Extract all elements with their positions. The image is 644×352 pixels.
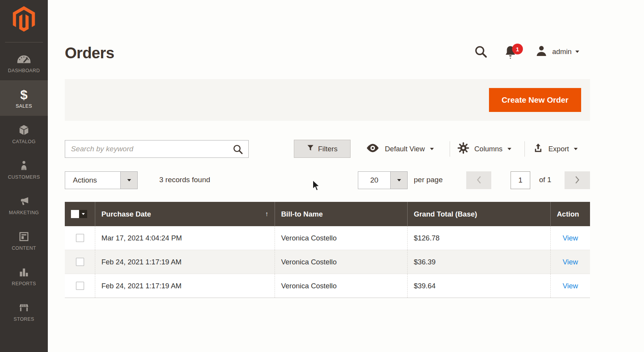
action-cell: View xyxy=(550,226,590,250)
export-dropdown[interactable]: Export xyxy=(533,140,578,158)
bell-icon xyxy=(504,55,517,61)
sidebar-item-sales[interactable]: $ SALES xyxy=(0,80,48,116)
sidebar-item-stores[interactable]: STORES xyxy=(0,293,48,329)
sidebar-nav: DASHBOARD $ SALES CATALOG CUSTOMERS xyxy=(0,45,48,329)
magento-admin-orders-page: DASHBOARD $ SALES CATALOG CUSTOMERS xyxy=(0,0,644,352)
page-size-dropdown[interactable]: 20 xyxy=(358,171,408,189)
grand-total-cell: $39.64 xyxy=(407,274,550,298)
default-view-label: Default View xyxy=(385,145,425,153)
chevron-right-icon xyxy=(575,176,580,185)
search-input[interactable] xyxy=(65,140,248,157)
default-view-dropdown[interactable]: Default View xyxy=(366,140,434,158)
notification-count-badge[interactable]: 1 xyxy=(512,44,523,54)
sidebar-item-label: DASHBOARD xyxy=(8,68,40,73)
column-header-grand-total[interactable]: Grand Total (Base) xyxy=(407,202,550,226)
dollar-icon: $ xyxy=(20,88,28,102)
column-header-label: Action xyxy=(557,210,579,218)
layout-icon xyxy=(19,230,29,244)
sidebar-divider xyxy=(5,42,43,42)
view-link[interactable]: View xyxy=(563,282,578,290)
bill-to-name-cell: Veronica Costello xyxy=(275,250,407,274)
sidebar-item-reports[interactable]: REPORTS xyxy=(0,258,48,293)
filters-label: Filters xyxy=(318,145,337,153)
global-search-button[interactable] xyxy=(474,45,487,60)
chevron-down-icon xyxy=(575,51,579,53)
sidebar-item-label: MARKETING xyxy=(9,210,39,215)
keyword-search xyxy=(65,140,249,158)
bill-to-name-cell: Veronica Costello xyxy=(275,274,407,298)
column-header-label: Bill-to Name xyxy=(281,210,323,218)
page-actions-band: Create New Order xyxy=(65,79,590,121)
dropdown-caret-button[interactable] xyxy=(390,172,407,189)
dashboard-gauge-icon xyxy=(17,52,31,66)
chevron-down-icon xyxy=(397,179,401,181)
previous-page-button[interactable] xyxy=(466,171,491,189)
purchase-date-cell: Mar 17, 2021 4:04:24 PM xyxy=(95,226,275,250)
row-checkbox[interactable] xyxy=(76,234,84,242)
column-header-purchase-date[interactable]: Purchase Date ↑ xyxy=(95,202,275,226)
gear-icon xyxy=(457,142,469,156)
storefront-icon xyxy=(18,301,30,315)
grid-header-row: Purchase Date ↑ Bill-to Name Grand Total… xyxy=(65,202,590,226)
page-size-value: 20 xyxy=(358,172,390,189)
filters-button[interactable]: Filters xyxy=(294,140,351,158)
select-all-cell xyxy=(65,202,95,226)
sidebar-item-catalog[interactable]: CATALOG xyxy=(0,116,48,151)
sidebar: DASHBOARD $ SALES CATALOG CUSTOMERS xyxy=(0,0,48,352)
current-page-input[interactable] xyxy=(511,171,530,189)
export-upload-icon xyxy=(533,143,543,155)
eye-icon xyxy=(366,143,380,155)
search-icon xyxy=(474,53,487,59)
view-link[interactable]: View xyxy=(563,234,578,242)
sidebar-item-marketing[interactable]: MARKETING xyxy=(0,187,48,222)
row-select-cell xyxy=(65,274,95,298)
page-title: Orders xyxy=(65,44,114,62)
select-all-dropdown[interactable] xyxy=(79,210,87,218)
column-header-action[interactable]: Action xyxy=(550,202,590,226)
export-label: Export xyxy=(548,145,569,153)
chevron-down-icon xyxy=(127,179,131,181)
action-cell: View xyxy=(550,250,590,274)
columns-label: Columns xyxy=(474,145,502,153)
user-icon xyxy=(535,44,548,59)
create-new-order-button[interactable]: Create New Order xyxy=(489,88,581,112)
table-row: Feb 24, 2021 1:17:19 AM Veronica Costell… xyxy=(65,274,590,298)
sort-ascending-icon: ↑ xyxy=(265,210,269,218)
view-link[interactable]: View xyxy=(563,258,578,266)
records-found-label: 3 records found xyxy=(159,176,210,184)
search-icon[interactable] xyxy=(233,144,243,156)
sidebar-item-content[interactable]: CONTENT xyxy=(0,222,48,258)
sidebar-item-label: STORES xyxy=(13,316,34,322)
bill-to-name-cell: Veronica Costello xyxy=(275,226,407,250)
column-header-bill-to-name[interactable]: Bill-to Name xyxy=(275,202,407,226)
sidebar-item-label: CATALOG xyxy=(12,139,36,144)
actions-label: Actions xyxy=(65,172,120,189)
purchase-date-cell: Feb 24, 2021 1:17:19 AM xyxy=(95,250,275,274)
bar-chart-icon xyxy=(19,265,29,279)
chevron-left-icon xyxy=(476,176,482,185)
chevron-down-icon xyxy=(82,213,85,215)
mouse-cursor xyxy=(311,179,322,193)
per-page-label: per page xyxy=(414,176,443,184)
sidebar-item-dashboard[interactable]: DASHBOARD xyxy=(0,45,48,80)
row-select-cell xyxy=(65,250,95,274)
columns-dropdown[interactable]: Columns xyxy=(457,140,511,158)
grand-total-cell: $126.78 xyxy=(407,226,550,250)
dropdown-caret-button[interactable] xyxy=(120,172,137,189)
total-pages-label: of 1 xyxy=(539,176,551,184)
column-header-label: Grand Total (Base) xyxy=(414,210,477,218)
row-checkbox[interactable] xyxy=(76,258,84,266)
sidebar-item-customers[interactable]: CUSTOMERS xyxy=(0,151,48,187)
toolbar-divider xyxy=(450,141,450,157)
magento-logo-icon[interactable] xyxy=(0,6,48,32)
next-page-button[interactable] xyxy=(565,171,590,189)
column-header-label: Purchase Date xyxy=(101,210,151,218)
action-cell: View xyxy=(550,274,590,298)
sidebar-item-label: CUSTOMERS xyxy=(8,174,40,180)
purchase-date-cell: Feb 24, 2021 1:17:19 AM xyxy=(95,274,275,298)
row-checkbox[interactable] xyxy=(76,282,84,290)
select-all-checkbox[interactable] xyxy=(71,210,79,218)
admin-user-menu[interactable]: admin xyxy=(535,44,579,59)
grand-total-cell: $36.39 xyxy=(407,250,550,274)
actions-dropdown[interactable]: Actions xyxy=(65,171,138,189)
